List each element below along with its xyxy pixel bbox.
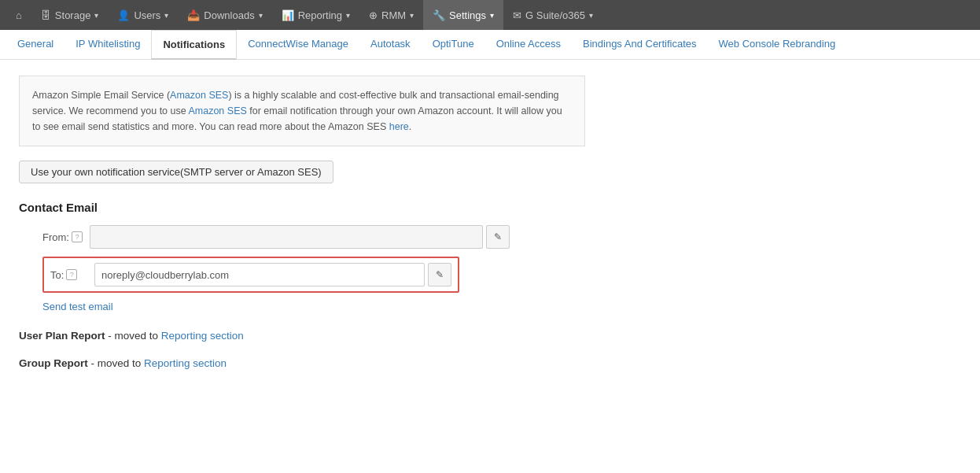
nav-storage[interactable]: 🗄 Storage ▾ (31, 0, 109, 30)
tab-autotask[interactable]: Autotask (359, 30, 422, 59)
nav-downloads[interactable]: 📥 Downloads ▾ (178, 0, 271, 30)
user-plan-report-title: User Plan Report (19, 330, 105, 342)
chevron-down-icon: ▾ (94, 11, 98, 20)
edit-icon: ✎ (494, 231, 502, 242)
tab-webconsole[interactable]: Web Console Rebranding (708, 30, 847, 59)
to-row-highlighted: To: ? ✎ (42, 257, 459, 293)
group-report-separator: - moved to (88, 357, 144, 369)
nav-reporting-label: Reporting (298, 9, 342, 21)
send-test-link-wrap: Send test email (42, 301, 689, 312)
tab-ip-whitelisting[interactable]: IP Whitelisting (64, 30, 151, 59)
to-edit-button[interactable]: ✎ (428, 263, 451, 286)
top-navigation: ⌂ 🗄 Storage ▾ 👤 Users ▾ 📥 Downloads ▾ 📊 … (0, 0, 980, 30)
chevron-down-icon: ▾ (589, 11, 593, 20)
info-text-end: . (409, 121, 411, 132)
amazon-ses-here-link[interactable]: here (389, 121, 409, 132)
downloads-icon: 📥 (187, 9, 200, 21)
nav-users-label: Users (134, 9, 160, 21)
to-input-wrap: ✎ (94, 263, 451, 286)
contact-email-heading: Contact Email (19, 201, 689, 214)
chevron-down-icon: ▾ (346, 11, 350, 20)
edit-icon: ✎ (436, 269, 444, 280)
from-label: From: ? (42, 231, 90, 243)
tab-optitune[interactable]: OptiTune (422, 30, 485, 59)
user-plan-report-separator: - moved to (105, 330, 161, 342)
tab-connectwise[interactable]: ConnectWise Manage (237, 30, 359, 59)
nav-users[interactable]: 👤 Users ▾ (108, 0, 178, 30)
main-content: Amazon Simple Email Service (Amazon SES)… (0, 60, 708, 401)
tab-bindings[interactable]: Bindings And Certificates (572, 30, 708, 59)
nav-rmm-label: RMM (381, 9, 406, 21)
tab-general[interactable]: General (6, 30, 64, 59)
user-plan-report-link[interactable]: Reporting section (161, 330, 244, 342)
nav-gsuite[interactable]: ✉ G Suite/o365 ▾ (503, 0, 602, 30)
nav-rmm[interactable]: ⊕ RMM ▾ (359, 0, 423, 30)
contact-email-section: Contact Email From: ? ✎ To: ? (19, 201, 689, 312)
group-report-title: Group Report (19, 357, 88, 369)
nav-settings[interactable]: 🔧 Settings ▾ (423, 0, 503, 30)
group-report-row: Group Report - moved to Reporting sectio… (19, 357, 689, 369)
home-button[interactable]: ⌂ (6, 0, 31, 30)
from-input-wrap: ✎ (90, 225, 689, 249)
info-box: Amazon Simple Email Service (Amazon SES)… (19, 76, 585, 146)
amazon-ses-link-1[interactable]: Amazon SES (170, 90, 228, 101)
nav-downloads-label: Downloads (204, 9, 254, 21)
tab-notifications[interactable]: Notifications (151, 30, 237, 60)
home-icon: ⌂ (16, 9, 22, 21)
to-help-icon[interactable]: ? (66, 269, 77, 280)
from-input[interactable] (90, 225, 483, 249)
group-report-link[interactable]: Reporting section (144, 357, 227, 369)
sub-navigation: General IP Whitelisting Notifications Co… (0, 30, 980, 60)
from-help-icon[interactable]: ? (72, 231, 83, 242)
gsuite-icon: ✉ (513, 9, 521, 21)
to-input[interactable] (94, 263, 425, 286)
rmm-icon: ⊕ (369, 9, 378, 21)
settings-icon: 🔧 (433, 9, 445, 21)
nav-settings-label: Settings (449, 9, 486, 21)
nav-reporting[interactable]: 📊 Reporting ▾ (272, 0, 359, 30)
send-test-email-link[interactable]: Send test email (42, 301, 113, 312)
from-edit-button[interactable]: ✎ (486, 225, 510, 249)
to-label: To: ? (50, 269, 94, 281)
nav-gsuite-label: G Suite/o365 (525, 9, 585, 21)
user-plan-report-row: User Plan Report - moved to Reporting se… (19, 330, 689, 342)
nav-storage-label: Storage (55, 9, 91, 21)
chevron-down-icon: ▾ (490, 11, 494, 20)
storage-icon: 🗄 (41, 9, 51, 21)
tab-online-access[interactable]: Online Access (485, 30, 572, 59)
from-row: From: ? ✎ (42, 225, 689, 249)
users-icon: 👤 (117, 9, 130, 21)
reporting-icon: 📊 (282, 9, 294, 21)
info-text-before-link1: Amazon Simple Email Service ( (32, 90, 170, 101)
smtp-button[interactable]: Use your own notification service(SMTP s… (19, 161, 333, 183)
chevron-down-icon: ▾ (164, 11, 168, 20)
amazon-ses-link-2[interactable]: Amazon SES (188, 105, 246, 116)
chevron-down-icon: ▾ (259, 11, 263, 20)
chevron-down-icon: ▾ (410, 11, 414, 20)
